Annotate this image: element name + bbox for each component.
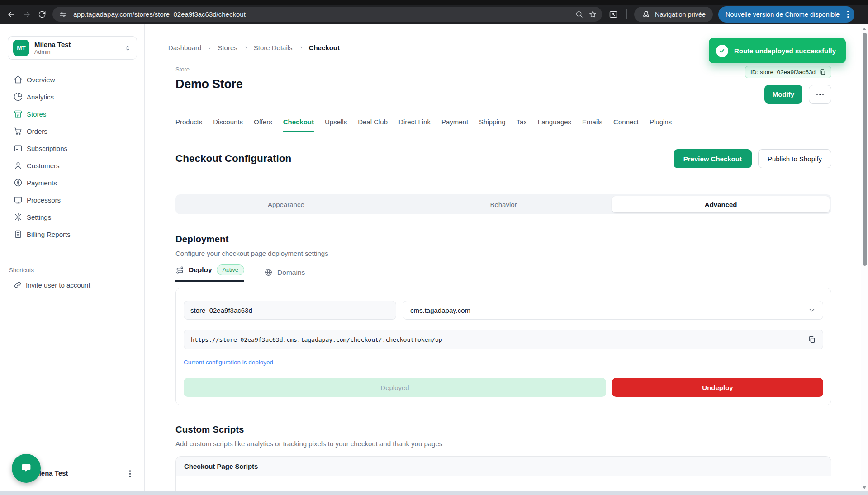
tab-connect[interactable]: Connect [613,118,639,132]
footer-menu-icon[interactable] [128,468,133,479]
deployment-card: cms.tagadapay.com https://store_02ea9f3a… [175,288,831,405]
tab-emails[interactable]: Emails [582,118,602,132]
store-eyebrow: Store [175,66,243,73]
tab-checkout[interactable]: Checkout [283,118,314,132]
browser-menu-icon[interactable] [845,9,851,20]
breadcrumb-stores[interactable]: Stores [218,43,237,52]
sidebar-footer: Milena Test [0,453,144,491]
store-id-badge[interactable]: ID: store_02ea9f3ac63d [745,66,831,78]
section-title-custom-scripts: Custom Scripts [175,424,831,435]
breadcrumb-store-details[interactable]: Store Details [254,43,293,52]
tab-direct-link[interactable]: Direct Link [398,118,431,132]
zoom-icon[interactable] [572,8,586,21]
modify-button[interactable]: Modify [764,85,802,104]
account-switcher[interactable]: MT Milena Test Admin [8,36,137,60]
chat-widget-button[interactable] [12,454,41,483]
vertical-scrollbar[interactable] [861,24,868,491]
tab-offers[interactable]: Offers [254,118,272,132]
chrome-update-label: Nouvelle version de Chrome disponible [726,11,840,18]
forward-button[interactable] [19,7,34,22]
preview-checkout-button[interactable]: Preview Checkout [674,149,752,168]
copy-icon[interactable] [819,69,826,75]
sidebar-item-overview[interactable]: Overview [0,71,144,88]
incognito-badge: Navigation privée [634,7,713,22]
bookmark-star-icon[interactable] [586,8,599,21]
scrollbar-thumb[interactable] [863,33,867,266]
sidebar-item-payments[interactable]: Payments [0,174,144,191]
main-content: Route undeployed successfully Dashboard … [145,24,861,491]
gear-icon [14,212,23,222]
site-settings-icon[interactable] [56,8,70,21]
copy-url-button[interactable] [808,335,816,344]
domain-select[interactable]: cms.tagadapay.com [403,301,823,320]
sidebar: MT Milena Test Admin Overview Analytics … [0,24,145,491]
store-header: Store Demo Store ID: store_02ea9f3ac63d … [175,66,831,104]
store-icon [14,109,23,118]
chrome-update-pill[interactable]: Nouvelle version de Chrome disponible [718,6,854,23]
tab-domains[interactable]: Domains [264,268,305,282]
shortcuts-heading: Shortcuts [9,267,34,273]
browser-chrome: app.tagadapay.com/stores/store_02ea9f3ac… [0,0,868,24]
deployment-status-link[interactable]: Current configuration is deployed [184,359,823,366]
cart-icon [14,127,23,136]
tab-deploy[interactable]: Deploy Active [175,264,244,282]
deploy-url-box: https://store_02ea9f3ac63d.cms.tagadapay… [184,330,823,349]
tab-discounts[interactable]: Discounts [213,118,243,132]
tab-deal-club[interactable]: Deal Club [358,118,388,132]
tab-products[interactable]: Products [175,118,202,132]
link-icon [14,281,22,289]
sidebar-item-settings[interactable]: Settings [0,208,144,226]
avatar: MT [13,40,29,56]
publish-to-shopify-button[interactable]: Publish to Shopify [758,149,831,168]
globe-icon [264,268,273,277]
tab-languages[interactable]: Languages [538,118,571,132]
reload-button[interactable] [34,7,50,22]
config-segmented-control: Appearance Behavior Advanced [175,194,831,214]
chevron-up-down-icon [124,44,132,52]
window-frame [0,0,868,5]
sidebar-item-billing-reports[interactable]: Billing Reports [0,226,144,243]
check-circle-icon [716,45,728,57]
sidebar-item-orders[interactable]: Orders [0,123,144,140]
chevron-right-icon [298,45,304,51]
side-panel-search-icon[interactable] [606,7,621,22]
breadcrumb-dashboard[interactable]: Dashboard [168,43,201,52]
back-button[interactable] [4,7,19,22]
tab-tax[interactable]: Tax [517,118,527,132]
tab-payment[interactable]: Payment [441,118,468,132]
checkout-scripts-card: Checkout Page Scripts [175,456,831,491]
scroll-up-arrow-icon[interactable] [863,28,866,30]
checkout-config-header: Checkout Configuration Preview Checkout … [175,149,831,168]
undeploy-button[interactable]: Undeploy [612,378,823,397]
breadcrumb-checkout: Checkout [309,43,340,52]
section-title-deployment: Deployment [175,233,831,245]
deployed-button: Deployed [184,378,606,397]
chevron-right-icon [242,45,249,51]
url-text[interactable]: app.tagadapay.com/stores/store_02ea9f3ac… [73,10,572,18]
subdomain-input[interactable] [184,301,396,320]
tab-plugins[interactable]: Plugins [650,118,672,132]
home-icon [14,75,23,84]
tab-shipping[interactable]: Shipping [479,118,505,132]
sidebar-item-analytics[interactable]: Analytics [0,88,144,105]
segment-behavior[interactable]: Behavior [395,196,612,212]
sidebar-item-subscriptions[interactable]: Subscriptions [0,140,144,157]
address-bar[interactable]: app.tagadapay.com/stores/store_02ea9f3ac… [52,7,602,22]
sidebar-item-processors[interactable]: Processors [0,191,144,208]
scroll-down-arrow-icon[interactable] [863,486,866,489]
terminal-card-icon [14,195,23,204]
toast-message: Route undeployed successfully [734,47,836,55]
card-icon [14,144,23,153]
sidebar-item-stores[interactable]: Stores [0,105,144,123]
sidebar-item-invite-user[interactable]: Invite user to account [0,277,144,292]
segment-appearance[interactable]: Appearance [177,196,395,212]
tab-upsells[interactable]: Upsells [325,118,347,132]
page-title: Demo Store [175,76,243,92]
active-badge: Active [217,264,244,275]
success-toast: Route undeployed successfully [709,38,846,63]
segment-advanced[interactable]: Advanced [612,196,830,212]
deployment-tabs: Deploy Active Domains [175,264,831,281]
more-button[interactable] [809,85,831,104]
sidebar-item-customers[interactable]: Customers [0,157,144,174]
toolbar-divider [626,9,627,19]
